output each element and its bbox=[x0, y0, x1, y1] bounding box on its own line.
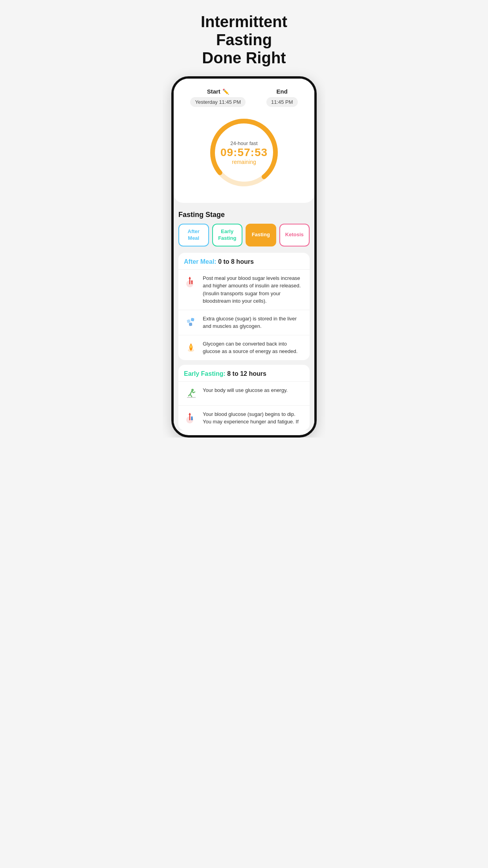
fasting-button[interactable]: Fasting bbox=[246, 224, 276, 246]
timer-remaining: remaining bbox=[232, 159, 256, 165]
energy-icon bbox=[184, 340, 198, 354]
after-meal-text-1: Post meal your blood sugar levels increa… bbox=[203, 274, 304, 305]
svg-marker-3 bbox=[189, 277, 191, 279]
svg-rect-7 bbox=[191, 318, 194, 321]
after-meal-item-3: Glycogen can be converted back into gluc… bbox=[178, 335, 310, 360]
after-meal-button[interactable]: AfterMeal bbox=[178, 224, 209, 246]
running-icon bbox=[184, 386, 198, 401]
early-fasting-section: Early Fasting: 8 to 12 hours Your body w… bbox=[178, 365, 310, 430]
start-label: Start ✏️ bbox=[207, 88, 229, 95]
blood-glucose-icon bbox=[184, 410, 198, 425]
after-meal-section: After Meal: 0 to 8 hours Post meal bbox=[178, 253, 310, 360]
end-time: 11:45 PM bbox=[266, 97, 298, 107]
stage-buttons: AfterMeal EarlyFasting Fasting Ketosis bbox=[178, 224, 310, 246]
fast-label: 24-hour fast bbox=[230, 140, 257, 146]
circle-progress: 24-hour fast 09:57:53 remaining bbox=[205, 113, 283, 192]
early-fasting-item-2: Your blood glucose (sugar) begins to dip… bbox=[178, 405, 310, 430]
end-label: End bbox=[277, 88, 288, 95]
phone-frame: Start ✏️ Yesterday 11:45 PM End 11:45 PM bbox=[171, 76, 317, 438]
glycogen-icon bbox=[184, 315, 198, 329]
end-section: End 11:45 PM bbox=[266, 88, 298, 107]
timer-card: Start ✏️ Yesterday 11:45 PM End 11:45 PM bbox=[174, 79, 314, 203]
after-meal-text-2: Extra glucose (sugar) is stored in the l… bbox=[203, 315, 304, 330]
after-meal-item-1: Post meal your blood sugar levels increa… bbox=[178, 269, 310, 310]
after-meal-item-2: Extra glucose (sugar) is stored in the l… bbox=[178, 310, 310, 335]
fasting-stage-section: Fasting Stage AfterMeal EarlyFasting Fas… bbox=[174, 206, 314, 430]
fasting-stage-title: Fasting Stage bbox=[178, 211, 310, 219]
start-time: Yesterday 11:45 PM bbox=[190, 97, 246, 107]
early-fasting-heading: Early Fasting: 8 to 12 hours bbox=[178, 365, 310, 381]
early-fasting-text-2: Your blood glucose (sugar) begins to dip… bbox=[203, 410, 304, 426]
start-section: Start ✏️ Yesterday 11:45 PM bbox=[190, 88, 246, 107]
svg-marker-13 bbox=[189, 413, 191, 415]
edit-icon[interactable]: ✏️ bbox=[222, 88, 229, 95]
svg-rect-8 bbox=[189, 322, 193, 326]
early-fasting-item-1: Your body will use glucose as energy. bbox=[178, 381, 310, 405]
timer-header: Start ✏️ Yesterday 11:45 PM End 11:45 PM bbox=[180, 88, 308, 107]
early-fasting-text-1: Your body will use glucose as energy. bbox=[203, 386, 288, 394]
page-title: Intermittent Fasting Done Right bbox=[163, 0, 325, 76]
early-fasting-button[interactable]: EarlyFasting bbox=[212, 224, 243, 246]
timer-time: 09:57:53 bbox=[220, 146, 268, 159]
ketosis-button[interactable]: Ketosis bbox=[279, 224, 310, 246]
after-meal-heading: After Meal: 0 to 8 hours bbox=[178, 253, 310, 269]
svg-rect-6 bbox=[187, 319, 191, 323]
blood-sugar-icon bbox=[184, 274, 198, 289]
after-meal-text-3: Glycogen can be converted back into gluc… bbox=[203, 340, 304, 355]
